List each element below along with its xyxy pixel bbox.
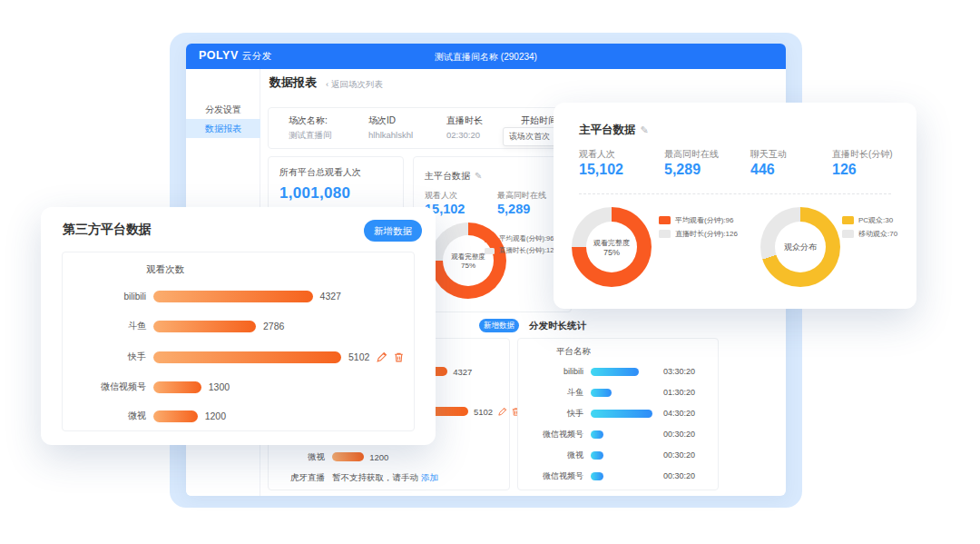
stat-label: 最高同时在线 xyxy=(664,148,719,161)
edit-pencil-icon[interactable]: ✎ xyxy=(475,171,482,181)
bar xyxy=(153,381,201,393)
bar xyxy=(591,368,639,376)
bar xyxy=(153,351,341,363)
duration-value: 00:30:20 xyxy=(663,471,695,480)
donut-center-label: 观众分布 xyxy=(784,242,817,253)
delete-trash-icon[interactable] xyxy=(393,351,405,363)
stat-value: 5,289 xyxy=(497,202,530,216)
overlay-title: 主平台数据 xyxy=(579,124,636,136)
add-data-button[interactable]: 新增数据 xyxy=(364,220,422,242)
stat-label: 观看人次 xyxy=(579,148,615,161)
legend-swatch-gray xyxy=(659,230,671,238)
bar-row: 微信视频号1300 xyxy=(70,379,230,395)
sidebar-item-data-report[interactable]: 数据报表 xyxy=(186,119,260,138)
back-link[interactable]: ‹ 返回场次列表 xyxy=(326,79,383,91)
bar-value: 4327 xyxy=(320,291,341,302)
bar-label: 快手 xyxy=(525,408,583,420)
legend-item: 直播时长(分钟):126 xyxy=(659,229,738,239)
legend-swatch-gray xyxy=(485,248,495,254)
donut-center-label: 观看完整度 xyxy=(593,238,630,248)
huya-note-text: 暂不支持获取，请手动 xyxy=(332,472,418,484)
legend-swatch-yellow xyxy=(842,216,854,224)
legend-label: 平均观看(分钟):96 xyxy=(499,234,554,243)
bar-label: 斗鱼 xyxy=(70,320,146,332)
legend-label: 移动观众:70 xyxy=(858,229,897,239)
bar-label: bilibili xyxy=(525,367,583,376)
duration-row: bilibili03:30:20 xyxy=(525,364,712,379)
bar xyxy=(332,452,364,461)
bar xyxy=(591,410,652,418)
session-duration-value: 02:30:20 xyxy=(446,130,480,140)
stat-value: 126 xyxy=(832,162,857,178)
edit-pencil-icon[interactable] xyxy=(376,351,387,363)
bar-label: bilibili xyxy=(70,292,146,302)
duration-value: 04:30:20 xyxy=(663,409,695,418)
stat-value: 15,102 xyxy=(579,162,623,178)
stat-label: 聊天互动 xyxy=(750,148,787,161)
stat-label: 观看人次 xyxy=(425,190,457,202)
main-platform-card: 主平台数据✎ 观看人次 15,102 最高同时在线 5,289 观看完整度 75… xyxy=(413,156,572,312)
bar-value: 4327 xyxy=(453,367,472,377)
bar-row: bilibili4327 xyxy=(70,288,341,304)
bar-row: 快手5102 xyxy=(70,349,405,365)
bar xyxy=(153,291,313,302)
legend-label: 直播时长(分钟):126 xyxy=(499,246,558,255)
bar-label: 微信视频号 xyxy=(525,429,583,440)
legend-label: 平均观看(分钟):96 xyxy=(675,215,733,225)
start-time-text: 开始时间 xyxy=(521,115,557,125)
add-data-button[interactable]: 新增数据 xyxy=(479,319,519,332)
stat-value: 5,289 xyxy=(664,162,701,178)
duration-value: 00:30:20 xyxy=(663,450,695,460)
legend-label: PC观众:30 xyxy=(858,215,893,225)
bar-value: 1200 xyxy=(369,452,388,462)
bar xyxy=(591,451,603,460)
sidebar-item-distribution-settings[interactable]: 分发设置 xyxy=(186,100,260,119)
bar xyxy=(153,410,198,422)
bar-row: 斗鱼2786 xyxy=(70,318,284,334)
chart-title: 观看次数 xyxy=(146,263,184,276)
huya-note-row: 虎牙直播暂不支持获取，请手动添加 xyxy=(276,470,438,485)
bar-label: 微视 xyxy=(70,410,146,422)
bar-label: 微信视频号 xyxy=(525,470,583,482)
bar-label: 微视 xyxy=(276,451,325,463)
duration-row: 微信视频号00:30:20 xyxy=(525,427,712,441)
edit-pencil-icon[interactable]: ✎ xyxy=(641,124,649,135)
bar-value: 1300 xyxy=(209,381,230,392)
overlay-title: 第三方平台数据 xyxy=(63,222,152,238)
main-platform-title-row: 主平台数据✎ xyxy=(425,166,482,183)
chart-title: 平台名称 xyxy=(556,346,591,358)
legend-swatch-orange xyxy=(659,216,671,224)
legend-item: 移动观众:70 xyxy=(842,229,897,239)
bar xyxy=(153,321,256,332)
audience-donut-chart: 观众分布 xyxy=(760,207,840,287)
donut-center-value: 75% xyxy=(603,248,620,257)
bar-value: 2786 xyxy=(263,321,284,331)
session-name-label: 场次名称: xyxy=(289,114,328,127)
bar-row: 微视1200 xyxy=(276,450,388,464)
bar-row: 微视1200 xyxy=(70,408,226,424)
duration-value: 01:30:20 xyxy=(663,388,695,397)
duration-row: 斗鱼01:30:20 xyxy=(525,385,712,400)
legend-item: 直播时长(分钟):126 xyxy=(485,246,558,255)
donut-center-label: 观看完整度 xyxy=(451,252,485,262)
bar xyxy=(591,472,603,480)
total-views-value: 1,001,080 xyxy=(279,184,350,203)
divider xyxy=(579,193,891,194)
page-title: 数据报表 xyxy=(270,74,317,91)
duration-value: 00:30:20 xyxy=(663,430,695,439)
session-id-label: 场次ID xyxy=(368,114,396,127)
room-title: 测试直播间名称 (290234) xyxy=(186,51,786,64)
total-views-label: 所有平台总观看人次 xyxy=(279,166,361,179)
session-id-value: hlhlkahlskhl xyxy=(368,130,413,140)
bar-value: 5102 xyxy=(348,351,369,362)
huya-add-link[interactable]: 添加 xyxy=(421,472,438,484)
third-party-overlay-card: 第三方平台数据 新增数据 观看次数 bilibili4327 斗鱼2786 快手… xyxy=(41,207,436,445)
legend-swatch-orange xyxy=(485,236,495,242)
bar-value: 1200 xyxy=(205,410,226,421)
session-name-value: 测试直播间 xyxy=(289,130,332,142)
huya-platform-label: 虎牙直播 xyxy=(276,472,325,484)
main-platform-overlay-card: 主平台数据✎ 观看人次 15,102 最高同时在线 5,289 聊天互动 446… xyxy=(554,103,916,309)
screenshot-canvas: POLYV云分发 测试直播间名称 (290234) 分发设置 数据报表 数据报表… xyxy=(0,0,980,544)
session-duration-label: 直播时长 xyxy=(446,114,483,127)
edit-pencil-icon[interactable] xyxy=(497,407,507,417)
